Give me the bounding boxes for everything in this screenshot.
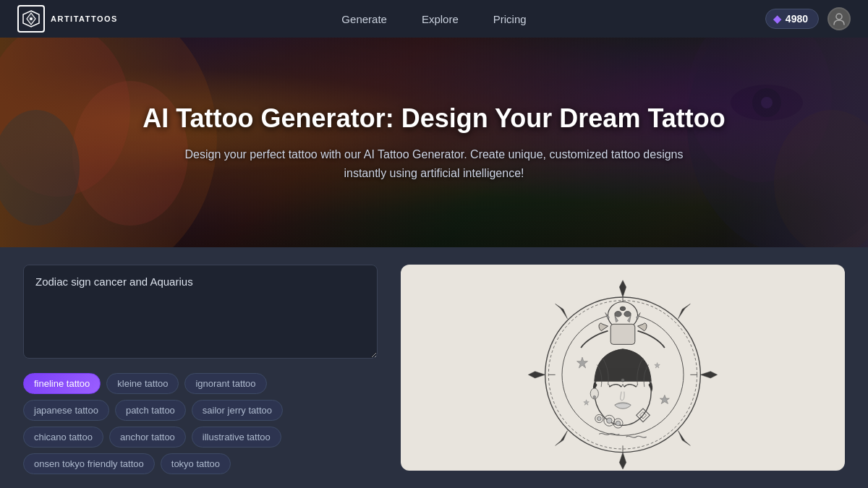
user-avatar[interactable] <box>827 7 851 30</box>
logo[interactable]: ARTITATTOOS <box>17 5 118 33</box>
credits-badge[interactable]: ◆ 4980 <box>765 9 819 29</box>
tattoo-preview <box>401 265 845 471</box>
navbar: ARTITATTOOS Generate Explore Pricing ◆ 4… <box>0 0 868 38</box>
tag-sailor-jerry[interactable]: sailor jerry tattoo <box>192 400 283 421</box>
tag-japanese[interactable]: japanese tattoo <box>23 400 109 421</box>
diamond-icon: ◆ <box>773 13 781 25</box>
hero-content: AI Tattoo Generator: Design Your Dream T… <box>128 103 739 182</box>
credits-value: 4980 <box>786 13 808 25</box>
tag-anchor[interactable]: anchor tattoo <box>109 427 186 448</box>
nav-link-generate[interactable]: Generate <box>341 9 387 30</box>
tag-illustrative[interactable]: illustrative tattoo <box>192 427 281 448</box>
tags-row-2: japanese tattoo patch tattoo sailor jerr… <box>23 400 378 421</box>
svg-rect-23 <box>610 324 635 344</box>
svg-point-21 <box>624 311 631 316</box>
tag-tokyo[interactable]: tokyo tattoo <box>161 453 231 474</box>
tag-kleine[interactable]: kleine tattoo <box>106 373 179 394</box>
nav-link-explore[interactable]: Explore <box>422 9 459 30</box>
prompt-textarea[interactable]: Zodiac sign cancer and Aquarius <box>23 265 378 359</box>
nav-right: ◆ 4980 <box>765 7 851 30</box>
svg-point-0 <box>30 17 33 20</box>
svg-point-20 <box>615 311 621 316</box>
tag-chicano[interactable]: chicano tattoo <box>23 427 103 448</box>
tattoo-svg <box>522 267 724 469</box>
hero-banner: AI Tattoo Generator: Design Your Dream T… <box>0 38 868 247</box>
main-content: Zodiac sign cancer and Aquarius fineline… <box>0 247 868 488</box>
nav-links: Generate Explore Pricing <box>341 9 526 30</box>
svg-point-33 <box>607 418 612 423</box>
tag-fineline[interactable]: fineline tattoo <box>23 373 101 394</box>
hero-subtitle: Design your perfect tattoo with our AI T… <box>181 145 687 182</box>
tag-patch[interactable]: patch tattoo <box>115 400 186 421</box>
svg-point-11 <box>761 97 773 108</box>
tags-row-3: chicano tattoo anchor tattoo illustrativ… <box>23 427 378 448</box>
svg-point-37 <box>616 421 621 426</box>
tags-section: fineline tattoo kleine tattoo ignorant t… <box>23 373 378 474</box>
hero-title: AI Tattoo Generator: Design Your Dream T… <box>142 103 725 134</box>
svg-point-22 <box>620 307 625 311</box>
svg-point-35 <box>597 416 602 421</box>
tag-ignorant[interactable]: ignorant tattoo <box>184 373 266 394</box>
nav-link-pricing[interactable]: Pricing <box>493 9 527 30</box>
tattoo-preview-panel <box>401 265 845 471</box>
svg-point-31 <box>593 395 596 398</box>
tags-row-1: fineline tattoo kleine tattoo ignorant t… <box>23 373 378 394</box>
generator-panel: Zodiac sign cancer and Aquarius fineline… <box>23 265 378 471</box>
svg-point-29 <box>621 378 625 382</box>
svg-point-1 <box>836 14 842 20</box>
logo-icon <box>17 5 45 33</box>
tag-onsen[interactable]: onsen tokyo friendly tattoo <box>23 453 155 474</box>
tags-row-4: onsen tokyo friendly tattoo tokyo tattoo <box>23 453 378 474</box>
logo-text: ARTITATTOOS <box>51 14 118 23</box>
